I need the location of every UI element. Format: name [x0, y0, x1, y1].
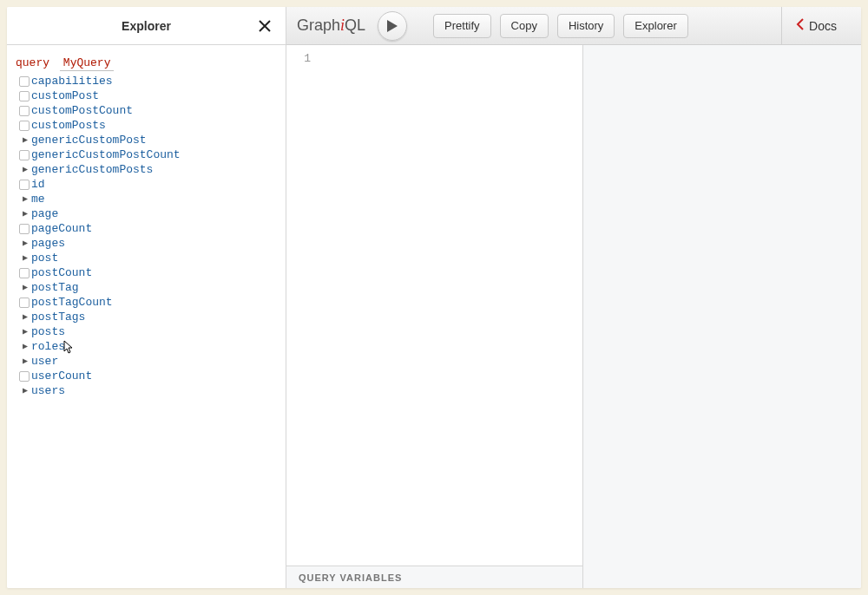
field-label: me [31, 192, 45, 207]
expand-arrow-icon[interactable]: ▶ [19, 356, 31, 368]
field-checkbox[interactable] [19, 106, 30, 116]
field-checkbox[interactable] [19, 180, 30, 190]
expand-arrow-icon[interactable]: ▶ [19, 238, 31, 250]
expand-arrow-icon[interactable]: ▶ [19, 282, 31, 294]
app-frame: Explorer query MyQuery capabilitiescusto… [7, 7, 861, 588]
graphiql-panel: GraphiQL Prettify Copy History Explorer [286, 7, 861, 588]
explorer-title: Explorer [122, 19, 171, 33]
field-label: genericCustomPosts [31, 162, 153, 178]
explorer-field-genericCustomPostCount[interactable]: genericCustomPostCount [19, 148, 277, 163]
field-checkbox[interactable] [19, 224, 30, 234]
field-label: user [31, 354, 58, 369]
explorer-field-list: capabilitiescustomPostcustomPostCountcus… [16, 75, 277, 399]
expand-arrow-icon[interactable]: ▶ [19, 193, 31, 206]
code-area[interactable]: 1 [286, 45, 582, 566]
field-label: postCount [31, 265, 92, 281]
explorer-query-line: query MyQuery [16, 56, 277, 71]
expand-arrow-icon[interactable]: ▶ [19, 341, 31, 353]
explorer-toggle-button[interactable]: Explorer [623, 14, 687, 38]
field-checkbox[interactable] [19, 298, 30, 308]
query-keyword: query [16, 56, 49, 69]
explorer-field-post[interactable]: ▶post [19, 252, 277, 266]
explorer-field-page[interactable]: ▶page [19, 207, 277, 222]
query-variables-toggle[interactable]: Query Variables [286, 566, 582, 588]
explorer-field-genericCustomPost[interactable]: ▶genericCustomPost [19, 134, 277, 148]
field-label: pageCount [31, 221, 92, 237]
history-button[interactable]: History [557, 14, 615, 38]
explorer-field-postCount[interactable]: postCount [19, 266, 277, 281]
explorer-field-postTagCount[interactable]: postTagCount [19, 296, 277, 311]
field-label: page [31, 206, 58, 222]
field-label: customPosts [31, 118, 106, 134]
prettify-label: Prettify [444, 19, 479, 32]
prettify-button[interactable]: Prettify [433, 14, 490, 38]
expand-arrow-icon[interactable]: ▶ [19, 385, 31, 397]
graphiql-logo: GraphiQL [297, 16, 365, 35]
field-checkbox[interactable] [19, 371, 30, 382]
copy-button[interactable]: Copy [500, 14, 549, 38]
expand-arrow-icon[interactable]: ▶ [19, 164, 31, 176]
execute-button[interactable] [378, 11, 407, 41]
explorer-field-userCount[interactable]: userCount [19, 369, 277, 384]
explorer-field-postTags[interactable]: ▶postTags [19, 311, 277, 325]
expand-arrow-icon[interactable]: ▶ [19, 252, 31, 265]
explorer-toggle-label: Explorer [635, 19, 676, 32]
docs-label: Docs [809, 19, 837, 33]
explorer-field-genericCustomPosts[interactable]: ▶genericCustomPosts [19, 163, 277, 178]
field-checkbox[interactable] [19, 150, 30, 160]
explorer-body: query MyQuery capabilitiescustomPostcust… [7, 45, 286, 588]
explorer-field-pages[interactable]: ▶pages [19, 237, 277, 252]
explorer-field-id[interactable]: id [19, 178, 277, 193]
field-label: postTags [31, 310, 85, 325]
explorer-field-user[interactable]: ▶user [19, 355, 277, 369]
field-label: post [31, 251, 58, 266]
explorer-field-customPosts[interactable]: customPosts [19, 119, 277, 134]
explorer-header: Explorer [7, 7, 286, 45]
field-label: posts [31, 324, 65, 340]
explorer-panel: Explorer query MyQuery capabilitiescusto… [7, 7, 286, 588]
field-checkbox[interactable] [19, 268, 30, 278]
explorer-close-button[interactable] [253, 14, 277, 38]
field-label: postTag [31, 280, 79, 296]
editor-row: 1 Query Variables [286, 45, 861, 588]
field-label: customPost [31, 88, 99, 104]
field-label: pages [31, 236, 65, 252]
field-label: id [31, 177, 45, 193]
explorer-field-customPost[interactable]: customPost [19, 89, 277, 104]
query-name-input[interactable]: MyQuery [60, 56, 115, 71]
field-label: genericCustomPostCount [31, 147, 181, 163]
play-icon [386, 19, 398, 33]
field-label: capabilities [31, 74, 113, 89]
close-icon [259, 20, 271, 32]
logo-text-post: QL [345, 16, 365, 34]
field-label: users [31, 383, 65, 399]
chevron-left-icon [796, 18, 804, 33]
field-label: roles [31, 339, 65, 355]
expand-arrow-icon[interactable]: ▶ [19, 134, 31, 147]
line-number-1: 1 [286, 52, 311, 65]
line-gutter: 1 [286, 45, 319, 566]
field-checkbox[interactable] [19, 91, 30, 101]
explorer-field-capabilities[interactable]: capabilities [19, 75, 277, 89]
field-checkbox[interactable] [19, 121, 30, 131]
expand-arrow-icon[interactable]: ▶ [19, 208, 31, 220]
logo-text-pre: Graph [297, 16, 340, 34]
copy-label: Copy [511, 19, 537, 32]
query-editor: 1 Query Variables [286, 45, 583, 588]
explorer-field-customPostCount[interactable]: customPostCount [19, 104, 277, 119]
explorer-field-posts[interactable]: ▶posts [19, 325, 277, 340]
docs-toggle[interactable]: Docs [781, 7, 851, 44]
explorer-field-pageCount[interactable]: pageCount [19, 222, 277, 237]
code-content[interactable] [319, 45, 582, 566]
expand-arrow-icon[interactable]: ▶ [19, 311, 31, 324]
expand-arrow-icon[interactable]: ▶ [19, 326, 31, 338]
result-pane [583, 45, 861, 588]
field-label: genericCustomPost [31, 133, 147, 148]
explorer-field-roles[interactable]: ▶roles [19, 340, 277, 355]
topbar: GraphiQL Prettify Copy History Explorer [286, 7, 861, 45]
field-label: postTagCount [31, 295, 113, 311]
field-checkbox[interactable] [19, 76, 30, 87]
explorer-field-postTag[interactable]: ▶postTag [19, 281, 277, 296]
explorer-field-me[interactable]: ▶me [19, 193, 277, 207]
explorer-field-users[interactable]: ▶users [19, 384, 277, 399]
